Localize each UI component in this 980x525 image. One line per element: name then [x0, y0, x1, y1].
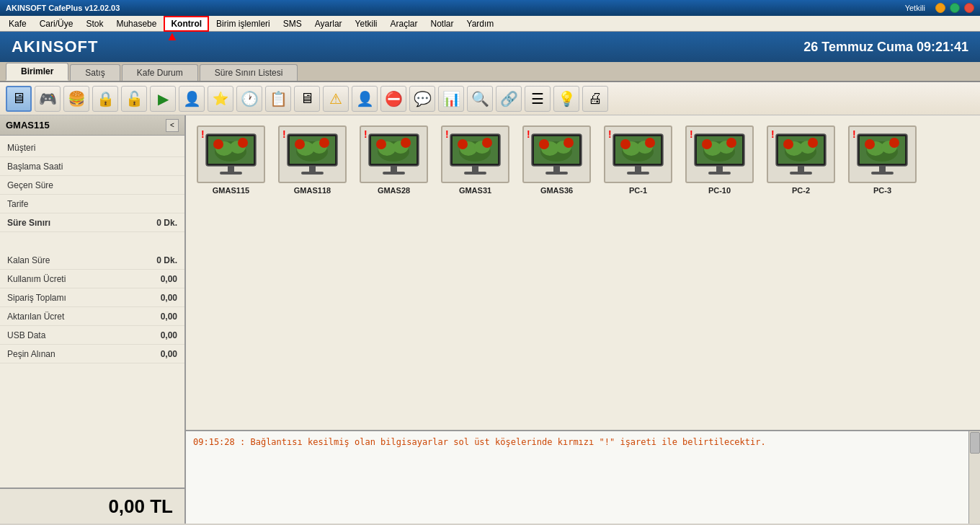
- info-row-aktarilan: Aktarılan Ücret 0,00: [0, 307, 184, 326]
- panel-collapse-button[interactable]: <: [166, 119, 179, 132]
- close-button[interactable]: [964, 3, 974, 13]
- menu-birim-islemleri[interactable]: Birim işlemleri: [210, 17, 276, 30]
- toolbar-stop-button[interactable]: ⛔: [380, 86, 406, 112]
- kullanim-value: 0,00: [161, 274, 177, 284]
- toolbar-network-button[interactable]: 🔗: [496, 86, 522, 112]
- toolbar-screen-button[interactable]: 🖥: [294, 86, 320, 112]
- svg-rect-70: [798, 166, 804, 172]
- pc-item[interactable]: !GMAS31: [437, 123, 513, 198]
- pc-item[interactable]: !GMAS115: [193, 123, 269, 198]
- svg-point-23: [376, 139, 386, 149]
- menu-araclar[interactable]: Araçlar: [385, 17, 424, 30]
- toolbar-bulb-button[interactable]: 💡: [553, 86, 579, 112]
- minimize-button[interactable]: [935, 3, 945, 13]
- tabs-bar: Birimler Satış Kafe Durum Süre Sınırı Li…: [0, 62, 980, 82]
- toolbar-note-button[interactable]: 📋: [265, 86, 291, 112]
- gecen-label: Geçen Süre: [7, 180, 53, 190]
- info-row-usb: USB Data 0,00: [0, 326, 184, 345]
- svg-rect-52: [635, 166, 641, 172]
- menu-yetkili[interactable]: Yetkili: [349, 17, 383, 30]
- siparis-value: 0,00: [161, 293, 177, 303]
- toolbar-lock-button[interactable]: 🔒: [92, 86, 118, 112]
- toolbar-gamepad-button[interactable]: 🎮: [35, 86, 61, 112]
- menu-sms[interactable]: SMS: [277, 17, 308, 30]
- toolbar-clock-button[interactable]: 🕐: [236, 86, 262, 112]
- menu-notlar[interactable]: Notlar: [425, 17, 460, 30]
- menu-yardim[interactable]: Yardım: [461, 17, 500, 30]
- tab-birimler[interactable]: Birimler: [6, 63, 68, 81]
- baslama-label: Başlama Saati: [7, 162, 63, 172]
- tab-satis[interactable]: Satış: [70, 64, 120, 81]
- menu-cari-uye[interactable]: Cari/Üye: [34, 17, 79, 30]
- pc-item[interactable]: !PC-3: [845, 123, 920, 198]
- kalan-label: Kalan Süre: [7, 255, 50, 265]
- kullanim-label: Kullanım Ücreti: [7, 274, 66, 284]
- log-scroll-thumb[interactable]: [970, 432, 980, 454]
- toolbar-print-button[interactable]: 🖨: [582, 86, 608, 112]
- pc-label: GMAS28: [378, 186, 410, 195]
- monitor-svg: [774, 133, 828, 176]
- toolbar: 🖥 🎮 🍔 🔒 🔓 ▶ 👤 ⭐ 🕐 📋 🖥 ⚠ 👤 ⛔ 💬 📊 🔍 🔗 ☰ 💡 …: [0, 82, 980, 115]
- svg-point-69: [808, 138, 818, 148]
- svg-point-24: [401, 138, 411, 148]
- monitor-svg: [367, 133, 421, 176]
- pc-icon-wrap: !: [278, 125, 347, 183]
- info-row-tarife: Tarife: [0, 195, 184, 213]
- pc-item[interactable]: !GMAS28: [356, 123, 432, 198]
- toolbar-search-user-button[interactable]: 🔍: [467, 86, 493, 112]
- pesin-label: Peşin Alınan: [7, 349, 55, 359]
- toolbar-food-button[interactable]: 🍔: [63, 86, 89, 112]
- maximize-button[interactable]: [950, 3, 960, 13]
- log-message: 09:15:28 : Bağlantısı kesilmiş olan bilg…: [193, 437, 973, 447]
- panel-header: GMAS115 <: [0, 115, 184, 136]
- svg-rect-17: [301, 172, 324, 175]
- menu-ayarlar[interactable]: Ayarlar: [309, 17, 348, 30]
- toolbar-warning-button[interactable]: ⚠: [323, 86, 349, 112]
- info-row-kalan: Kalan Süre 0 Dk.: [0, 251, 184, 270]
- svg-rect-34: [472, 166, 478, 172]
- pc-item[interactable]: !PC-2: [763, 123, 839, 198]
- menu-kafe[interactable]: Kafe: [3, 17, 32, 30]
- info-row-kullanim: Kullanım Ücreti 0,00: [0, 270, 184, 288]
- svg-point-41: [539, 139, 549, 149]
- pc-icon-wrap: !: [522, 125, 591, 183]
- svg-point-6: [238, 138, 248, 148]
- monitor-svg: [855, 133, 909, 176]
- toolbar-user-button[interactable]: 👤: [352, 86, 378, 112]
- svg-rect-44: [545, 172, 568, 175]
- svg-point-14: [295, 139, 305, 149]
- svg-point-51: [645, 138, 655, 148]
- pc-icon-wrap: !: [604, 125, 672, 183]
- info-row-siparis: Sipariş Toplamı 0,00: [0, 288, 184, 307]
- toolbar-list-button[interactable]: ☰: [525, 86, 551, 112]
- aktarilan-value: 0,00: [161, 312, 177, 322]
- pc-item[interactable]: !GMAS36: [519, 123, 594, 198]
- toolbar-star-button[interactable]: ⭐: [208, 86, 233, 112]
- toolbar-chart-button[interactable]: 📊: [438, 86, 464, 112]
- toolbar-person-button[interactable]: 👤: [179, 86, 205, 112]
- monitor-svg: [530, 133, 584, 176]
- menu-stok[interactable]: Stok: [80, 17, 109, 30]
- pc-label: GMAS115: [213, 186, 249, 195]
- svg-rect-26: [383, 172, 405, 175]
- pc-item[interactable]: !PC-10: [682, 123, 757, 198]
- total-value: 0,00 TL: [108, 495, 173, 518]
- svg-rect-62: [708, 172, 731, 175]
- siparis-label: Sipariş Toplamı: [7, 293, 66, 303]
- toolbar-play-button[interactable]: ▶: [150, 86, 176, 112]
- pc-item[interactable]: !PC-1: [600, 123, 676, 198]
- tab-sure-siniri-listesi[interactable]: Süre Sınırı Listesi: [200, 64, 298, 81]
- toolbar-unlock-button[interactable]: 🔓: [121, 86, 147, 112]
- tab-kafe-durum[interactable]: Kafe Durum: [122, 64, 198, 81]
- monitor-svg: [448, 133, 502, 176]
- log-scrollbar[interactable]: [968, 431, 980, 524]
- pc-exclaim-icon: !: [608, 128, 612, 140]
- pc-exclaim-icon: !: [201, 128, 205, 140]
- menu-kontrol[interactable]: Kontrol: [164, 16, 209, 32]
- pesin-value: 0,00: [161, 349, 177, 359]
- menu-muhasebe[interactable]: Muhasebe: [110, 17, 162, 30]
- pc-item[interactable]: !GMAS118: [275, 123, 350, 198]
- info-row-sure-siniri: Süre Sınırı 0 Dk.: [0, 213, 184, 232]
- toolbar-monitor-button[interactable]: 🖥: [6, 86, 32, 112]
- toolbar-chat-button[interactable]: 💬: [409, 86, 435, 112]
